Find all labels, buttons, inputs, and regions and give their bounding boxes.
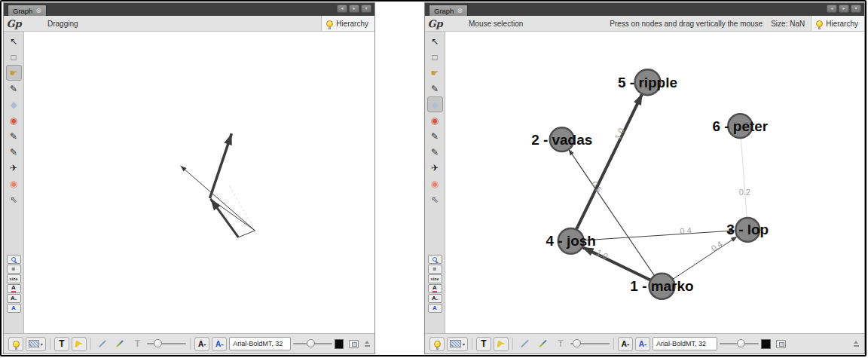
heatmap-tool[interactable]: ◉ [6,176,22,191]
graph-edge[interactable] [238,231,255,237]
background-color-button[interactable]: ■ [7,265,21,274]
edge-label-t-button[interactable]: T [553,337,568,351]
show-edge-labels-button[interactable] [72,337,87,351]
letter-icon: A [11,305,16,311]
edge-pencil-tool[interactable]: ✎ [427,144,443,160]
context-bulb-button[interactable] [8,337,23,351]
edge-label-size-button[interactable]: A- [212,337,227,351]
edge-line-button[interactable] [95,337,110,351]
edge-pencil-tool[interactable]: ✎ [6,144,22,160]
label-size-button[interactable]: A. [428,294,442,303]
label-font-button[interactable]: A [428,304,442,313]
graph-edge[interactable] [229,186,255,230]
edit-tool[interactable]: ⇖ [427,191,443,207]
rectangle-selection-tool[interactable]: □ [6,49,22,65]
slider-knob[interactable] [154,339,162,347]
tab-graph[interactable]: Graph ⊗ [8,5,47,16]
brush-tool[interactable]: ◉ [6,112,22,128]
direct-selection-tool[interactable]: ↖ [6,33,22,49]
size-readout: Size: NaN [771,20,811,28]
tab-graph[interactable]: Graph ⊗ [429,5,468,16]
edge-thumbnail-dropdown[interactable]: ▾ [26,337,46,351]
graph-canvas[interactable]: 1.00.51.00.40.40.25 - ripple6 - peter2 -… [445,32,864,334]
edge-color-mode-button[interactable] [112,337,127,351]
background-color-button[interactable]: ■ [428,265,442,274]
graph-edge[interactable] [210,199,255,231]
edge-color-mode-button[interactable] [535,337,551,351]
sizer-tool[interactable]: ◆ [427,96,443,112]
slider-knob[interactable] [737,339,745,347]
close-icon[interactable]: ⊗ [35,8,41,14]
drag-tool[interactable]: ☛ [6,65,22,81]
scroll-right-icon[interactable]: ▸ [839,5,849,13]
edge-arrowhead-icon [634,93,642,106]
size-mode-button[interactable]: size [428,274,442,283]
rectangle-selection-tool[interactable]: □ [427,49,443,65]
edge-weight-slider[interactable] [147,339,186,348]
graph-window-right: Graph ⊗ ◂ ▸ ▾ Gp Mouse selection Press o… [424,2,865,354]
graph-edge[interactable] [582,247,651,280]
show-edge-labels-button[interactable] [494,337,509,351]
slider-knob[interactable] [573,339,581,347]
edge-line-icon [99,340,106,347]
label-color-button[interactable]: A [7,284,21,293]
scroll-right-icon[interactable]: ▸ [349,5,359,13]
window-menu-icon[interactable]: ▾ [851,5,861,13]
label-color-button[interactable]: A [428,284,442,293]
graph-edge[interactable] [584,231,735,240]
context-bulb-button[interactable] [429,337,445,351]
screenshot-icon [776,340,786,348]
show-node-labels-button[interactable]: T [54,337,69,351]
screenshot-button[interactable] [773,337,789,351]
graph-edge[interactable] [569,149,655,276]
graph-canvas[interactable] [24,32,374,334]
default-color-swatch[interactable] [335,339,344,349]
hierarchy-toggle[interactable]: Hierarchy [321,16,374,31]
label-size-button[interactable]: A. [7,294,21,303]
edge-thumbnail-dropdown[interactable]: ▾ [447,337,468,351]
status-message: Mouse selection [469,20,523,28]
size-mode-button[interactable]: size [7,274,21,283]
label-scale-slider[interactable] [720,339,759,348]
shortest-path-tool[interactable]: ✈ [427,160,443,176]
label-scale-slider[interactable] [293,339,332,348]
node-pencil-tool[interactable]: ✎ [6,128,22,144]
edit-tool[interactable]: ⇖ [6,191,22,207]
shortest-path-tool[interactable]: ✈ [6,160,22,176]
node-label-size-button[interactable]: A- [618,337,633,351]
font-field[interactable]: Arial-BoldMT, 32 [229,337,291,350]
default-color-swatch[interactable] [761,339,771,349]
close-icon[interactable]: ⊗ [457,8,463,14]
rectangle-icon: □ [432,53,437,62]
label-toolbar: ▾ T T A- A- Arial-BoldMT, 32 [4,333,374,353]
graph-edge[interactable] [741,138,747,218]
collapse-toolbar-icon[interactable] [364,341,370,347]
window-menu-icon[interactable]: ▾ [361,5,371,13]
scroll-left-icon[interactable]: ◂ [337,5,347,13]
center-on-graph-button[interactable] [428,255,442,264]
direct-selection-tool[interactable]: ↖ [427,33,443,49]
collapse-toolbar-icon[interactable] [853,341,860,347]
sizer-tool[interactable]: ◆ [6,96,22,112]
edge-label-t-button[interactable]: T [130,337,145,351]
node-pencil-tool[interactable]: ✎ [427,128,443,144]
screenshot-button[interactable] [346,337,361,351]
show-node-labels-button[interactable]: T [476,337,491,351]
painter-tool[interactable]: ✎ [6,81,22,96]
edge-weight-slider[interactable] [570,339,610,348]
graph-edge[interactable] [672,237,737,280]
node-label-size-button[interactable]: A- [194,337,209,351]
scroll-left-icon[interactable]: ◂ [827,5,837,13]
painter-tool[interactable]: ✎ [427,81,443,96]
font-field[interactable]: Arial-BoldMT, 32 [653,337,717,350]
label-font-button[interactable]: A [7,304,21,313]
brush-tool[interactable]: ◉ [427,112,443,128]
diamond-icon: ◆ [431,100,438,109]
center-on-graph-button[interactable] [7,255,21,264]
drag-tool[interactable]: ☛ [427,65,443,81]
edge-label-size-button[interactable]: A- [635,337,650,351]
heatmap-tool[interactable]: ◉ [427,176,443,191]
slider-knob[interactable] [307,339,315,347]
edge-line-button[interactable] [517,337,533,351]
hierarchy-toggle[interactable]: Hierarchy [811,16,864,31]
